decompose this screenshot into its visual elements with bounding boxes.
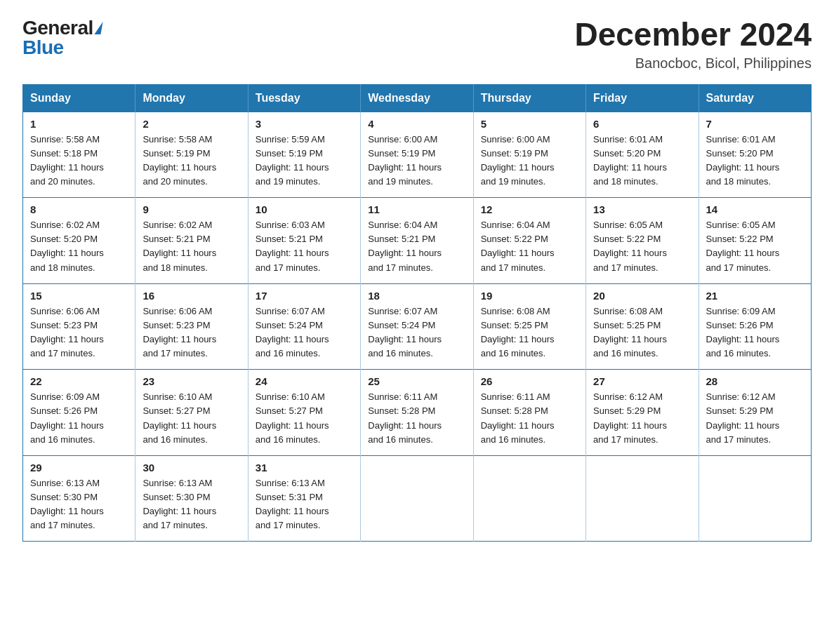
day-number: 11 — [368, 203, 465, 215]
day-number: 18 — [368, 290, 465, 302]
day-number: 24 — [256, 375, 353, 387]
day-number: 10 — [256, 203, 353, 215]
day-info: Sunrise: 5:58 AMSunset: 5:18 PMDaylight:… — [30, 133, 128, 189]
day-number: 31 — [256, 462, 353, 474]
calendar-day-cell: 12Sunrise: 6:04 AMSunset: 5:22 PMDayligh… — [473, 198, 585, 284]
weekday-header-sunday: Sunday — [23, 84, 135, 112]
day-info: Sunrise: 6:13 AMSunset: 5:30 PMDaylight:… — [143, 476, 240, 533]
calendar-day-cell — [586, 455, 699, 542]
day-info: Sunrise: 6:07 AMSunset: 5:24 PMDaylight:… — [368, 304, 465, 361]
day-number: 4 — [368, 118, 465, 130]
day-info: Sunrise: 6:08 AMSunset: 5:25 PMDaylight:… — [481, 304, 578, 361]
calendar-day-cell: 14Sunrise: 6:05 AMSunset: 5:22 PMDayligh… — [699, 198, 811, 284]
day-info: Sunrise: 6:12 AMSunset: 5:29 PMDaylight:… — [593, 390, 691, 447]
day-info: Sunrise: 6:03 AMSunset: 5:21 PMDaylight:… — [256, 218, 353, 275]
day-number: 25 — [368, 375, 465, 387]
calendar-day-cell: 28Sunrise: 6:12 AMSunset: 5:29 PMDayligh… — [699, 370, 811, 456]
calendar-day-cell: 29Sunrise: 6:13 AMSunset: 5:30 PMDayligh… — [23, 455, 135, 542]
calendar-day-cell: 22Sunrise: 6:09 AMSunset: 5:26 PMDayligh… — [23, 370, 135, 456]
day-info: Sunrise: 6:13 AMSunset: 5:30 PMDaylight:… — [30, 476, 128, 533]
calendar-day-cell: 7Sunrise: 6:01 AMSunset: 5:20 PMDaylight… — [699, 112, 811, 198]
day-number: 22 — [30, 375, 128, 387]
calendar-day-cell: 5Sunrise: 6:00 AMSunset: 5:19 PMDaylight… — [473, 112, 585, 198]
calendar-week-row: 22Sunrise: 6:09 AMSunset: 5:26 PMDayligh… — [23, 370, 812, 456]
day-number: 27 — [593, 375, 691, 387]
calendar-week-row: 1Sunrise: 5:58 AMSunset: 5:18 PMDaylight… — [23, 112, 812, 198]
day-number: 15 — [30, 290, 128, 302]
day-info: Sunrise: 6:12 AMSunset: 5:29 PMDaylight:… — [706, 390, 804, 447]
day-number: 19 — [481, 290, 578, 302]
weekday-header-thursday: Thursday — [473, 84, 585, 112]
day-info: Sunrise: 5:58 AMSunset: 5:19 PMDaylight:… — [143, 133, 240, 189]
day-info: Sunrise: 6:10 AMSunset: 5:27 PMDaylight:… — [143, 390, 240, 447]
calendar-day-cell: 16Sunrise: 6:06 AMSunset: 5:23 PMDayligh… — [135, 283, 248, 370]
calendar-day-cell: 3Sunrise: 5:59 AMSunset: 5:19 PMDaylight… — [248, 112, 360, 198]
calendar-week-row: 15Sunrise: 6:06 AMSunset: 5:23 PMDayligh… — [23, 283, 812, 370]
day-info: Sunrise: 6:00 AMSunset: 5:19 PMDaylight:… — [368, 133, 465, 189]
calendar-week-row: 29Sunrise: 6:13 AMSunset: 5:30 PMDayligh… — [23, 455, 812, 542]
calendar-day-cell: 21Sunrise: 6:09 AMSunset: 5:26 PMDayligh… — [699, 283, 811, 370]
calendar-day-cell: 31Sunrise: 6:13 AMSunset: 5:31 PMDayligh… — [248, 455, 360, 542]
day-info: Sunrise: 6:01 AMSunset: 5:20 PMDaylight:… — [706, 133, 804, 189]
day-number: 2 — [143, 118, 240, 130]
day-info: Sunrise: 6:02 AMSunset: 5:21 PMDaylight:… — [143, 218, 240, 275]
day-info: Sunrise: 6:05 AMSunset: 5:22 PMDaylight:… — [593, 218, 691, 275]
day-number: 14 — [706, 203, 804, 215]
day-info: Sunrise: 6:00 AMSunset: 5:19 PMDaylight:… — [481, 133, 578, 189]
calendar-day-cell: 8Sunrise: 6:02 AMSunset: 5:20 PMDaylight… — [23, 198, 135, 284]
calendar-day-cell: 18Sunrise: 6:07 AMSunset: 5:24 PMDayligh… — [361, 283, 473, 370]
calendar-week-row: 8Sunrise: 6:02 AMSunset: 5:20 PMDaylight… — [23, 198, 812, 284]
day-number: 6 — [593, 118, 691, 130]
day-info: Sunrise: 5:59 AMSunset: 5:19 PMDaylight:… — [256, 133, 353, 189]
page-header: General Blue December 2024 Banocboc, Bic… — [22, 17, 812, 72]
day-number: 23 — [143, 375, 240, 387]
day-info: Sunrise: 6:13 AMSunset: 5:31 PMDaylight:… — [256, 476, 353, 533]
calendar-day-cell: 25Sunrise: 6:11 AMSunset: 5:28 PMDayligh… — [361, 370, 473, 456]
day-info: Sunrise: 6:11 AMSunset: 5:28 PMDaylight:… — [481, 390, 578, 447]
calendar-day-cell: 27Sunrise: 6:12 AMSunset: 5:29 PMDayligh… — [586, 370, 699, 456]
calendar-day-cell: 4Sunrise: 6:00 AMSunset: 5:19 PMDaylight… — [361, 112, 473, 198]
calendar-day-cell: 9Sunrise: 6:02 AMSunset: 5:21 PMDaylight… — [135, 198, 248, 284]
day-info: Sunrise: 6:06 AMSunset: 5:23 PMDaylight:… — [30, 304, 128, 361]
day-number: 3 — [256, 118, 353, 130]
calendar-day-cell — [473, 455, 585, 542]
logo: General Blue — [22, 17, 102, 59]
weekday-header-monday: Monday — [135, 84, 248, 112]
day-info: Sunrise: 6:06 AMSunset: 5:23 PMDaylight:… — [143, 304, 240, 361]
day-number: 8 — [30, 203, 128, 215]
calendar-day-cell — [361, 455, 473, 542]
day-info: Sunrise: 6:07 AMSunset: 5:24 PMDaylight:… — [256, 304, 353, 361]
day-number: 7 — [706, 118, 804, 130]
calendar-day-cell: 13Sunrise: 6:05 AMSunset: 5:22 PMDayligh… — [586, 198, 699, 284]
calendar-day-cell: 30Sunrise: 6:13 AMSunset: 5:30 PMDayligh… — [135, 455, 248, 542]
day-number: 26 — [481, 375, 578, 387]
day-info: Sunrise: 6:09 AMSunset: 5:26 PMDaylight:… — [706, 304, 804, 361]
month-year-title: December 2024 — [574, 17, 812, 53]
calendar-day-cell: 23Sunrise: 6:10 AMSunset: 5:27 PMDayligh… — [135, 370, 248, 456]
day-info: Sunrise: 6:05 AMSunset: 5:22 PMDaylight:… — [706, 218, 804, 275]
calendar-day-cell: 26Sunrise: 6:11 AMSunset: 5:28 PMDayligh… — [473, 370, 585, 456]
day-number: 9 — [143, 203, 240, 215]
weekday-header-saturday: Saturday — [699, 84, 811, 112]
day-number: 28 — [706, 375, 804, 387]
calendar-day-cell: 11Sunrise: 6:04 AMSunset: 5:21 PMDayligh… — [361, 198, 473, 284]
day-info: Sunrise: 6:11 AMSunset: 5:28 PMDaylight:… — [368, 390, 465, 447]
day-number: 30 — [143, 462, 240, 474]
day-info: Sunrise: 6:02 AMSunset: 5:20 PMDaylight:… — [30, 218, 128, 275]
calendar-table: SundayMondayTuesdayWednesdayThursdayFrid… — [22, 84, 812, 542]
day-number: 5 — [481, 118, 578, 130]
weekday-header-friday: Friday — [586, 84, 699, 112]
weekday-header-wednesday: Wednesday — [361, 84, 473, 112]
day-info: Sunrise: 6:01 AMSunset: 5:20 PMDaylight:… — [593, 133, 691, 189]
calendar-day-cell: 1Sunrise: 5:58 AMSunset: 5:18 PMDaylight… — [23, 112, 135, 198]
day-number: 1 — [30, 118, 128, 130]
location-subtitle: Banocboc, Bicol, Philippines — [574, 55, 812, 72]
day-info: Sunrise: 6:09 AMSunset: 5:26 PMDaylight:… — [30, 390, 128, 447]
day-number: 20 — [593, 290, 691, 302]
day-number: 17 — [256, 290, 353, 302]
day-number: 16 — [143, 290, 240, 302]
day-info: Sunrise: 6:04 AMSunset: 5:22 PMDaylight:… — [481, 218, 578, 275]
calendar-day-cell: 15Sunrise: 6:06 AMSunset: 5:23 PMDayligh… — [23, 283, 135, 370]
calendar-header-row: SundayMondayTuesdayWednesdayThursdayFrid… — [23, 84, 812, 112]
calendar-day-cell: 17Sunrise: 6:07 AMSunset: 5:24 PMDayligh… — [248, 283, 360, 370]
